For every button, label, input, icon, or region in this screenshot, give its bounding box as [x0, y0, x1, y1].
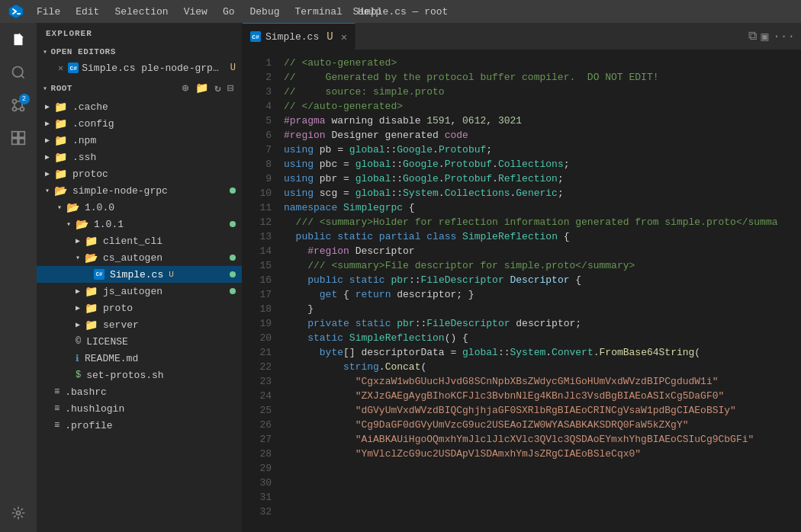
new-file-icon[interactable]: ⊕ — [181, 81, 191, 95]
tree-item--profile[interactable]: ≡.profile — [37, 417, 242, 434]
menu-selection[interactable]: Selection — [108, 5, 174, 19]
sidebar-content[interactable]: ▾ Open Editors ✕ C# Simple.cs ple-node-g… — [37, 44, 242, 532]
tree-item-Simple-cs[interactable]: C#Simple.csU — [37, 266, 242, 283]
folder-open-icon: 📂 — [66, 201, 79, 214]
token: Simplegrpc — [343, 202, 403, 213]
token: Designer generated — [326, 130, 445, 141]
tree-item--cache[interactable]: ▶📁.cache — [37, 98, 242, 115]
folder-arrow: ▾ — [73, 253, 82, 262]
menu-debug[interactable]: Debug — [243, 5, 285, 19]
editor-layout-icon[interactable]: ▣ — [761, 29, 769, 44]
tree-item-simple-node-grpc[interactable]: ▾📂simple-node-grpc — [37, 182, 242, 199]
folder-icon: 📁 — [54, 134, 67, 147]
folder-arrow: ▾ — [43, 186, 52, 195]
root-header[interactable]: ▾ Root ⊕ 📁 ↻ ⊟ — [37, 78, 242, 98]
token: Reflection — [498, 173, 558, 184]
code-line-18: /// <summary>File descriptor for simple.… — [281, 258, 801, 273]
item-label: .bashrc — [65, 386, 107, 398]
tree-container: ▶📁.cache▶📁.config▶📁.npm▶📁.ssh▶📁protoc▾📂s… — [37, 98, 242, 434]
token: Descriptor — [510, 274, 570, 286]
more-actions-icon[interactable]: ··· — [773, 30, 795, 43]
folder-arrow: ▶ — [43, 102, 52, 111]
token: partial — [379, 231, 421, 242]
token — [284, 332, 307, 344]
file-icon: ≡ — [54, 386, 60, 397]
tree-item-LICENSE[interactable]: ©LICENSE — [37, 333, 242, 350]
code-line-6: #region Designer generated code — [281, 128, 801, 143]
tree-item--npm[interactable]: ▶📁.npm — [37, 132, 242, 149]
editor-content[interactable]: 1234567891011121314151617181920212223242… — [243, 50, 801, 532]
split-editor-icon[interactable]: ⧉ — [748, 29, 757, 43]
folder-icon: 📁 — [85, 319, 98, 332]
menu-terminal[interactable]: Terminal — [289, 5, 349, 19]
token: SimpleReflection — [349, 332, 445, 344]
token: code — [445, 130, 468, 141]
explorer-activity-icon[interactable] — [5, 26, 32, 53]
menu-go[interactable]: Go — [217, 5, 241, 19]
tab-simple-cs[interactable]: C# Simple.cs U ✕ — [243, 23, 355, 50]
token: static — [355, 318, 391, 329]
new-folder-icon[interactable]: 📁 — [194, 81, 211, 95]
tab-modified-indicator: U — [327, 30, 333, 43]
close-icon[interactable]: ✕ — [58, 62, 63, 74]
token: using — [284, 144, 314, 155]
token: . — [439, 159, 445, 170]
item-label: .profile — [65, 420, 112, 431]
open-editor-simple-cs[interactable]: ✕ C# Simple.cs ple-node-grp... U — [37, 59, 242, 76]
folder-arrow: ▶ — [73, 320, 82, 329]
tree-item-server[interactable]: ▶📁server — [37, 316, 242, 333]
tree-item-proto[interactable]: ▶📁proto — [37, 300, 242, 316]
tree-item--bashrc[interactable]: ≡.bashrc — [37, 383, 242, 400]
tree-item--hushlogin[interactable]: ≡.hushlogin — [37, 400, 242, 417]
line-number-19: 19 — [243, 316, 272, 331]
menu-file[interactable]: File — [31, 5, 66, 19]
line-number-13: 13 — [243, 229, 272, 244]
menu-view[interactable]: View — [178, 5, 214, 19]
token: ; — [564, 159, 570, 170]
tree-item--ssh[interactable]: ▶📁.ssh — [37, 149, 242, 165]
token: get — [320, 289, 337, 300]
folder-icon: 📁 — [54, 168, 67, 181]
token: . — [439, 173, 445, 184]
refresh-icon[interactable]: ↻ — [213, 81, 223, 95]
tree-item-cs_autogen[interactable]: ▾📂cs_autogen — [37, 249, 242, 266]
token: FileDescriptor — [420, 274, 503, 286]
token: Protobuf — [439, 144, 486, 155]
token: 1591 — [426, 115, 450, 127]
code-line-20: get { return descriptor; } — [281, 287, 801, 302]
token: { — [337, 289, 355, 300]
token: () { — [445, 332, 468, 344]
open-editors-section[interactable]: ▾ Open Editors — [37, 44, 242, 59]
collapse-icon[interactable]: ⊟ — [226, 81, 236, 95]
tab-close-button[interactable]: ✕ — [341, 30, 347, 43]
line-numbers: 1234567891011121314151617181920212223242… — [243, 50, 281, 532]
tree-item-client_cli[interactable]: ▶📁client_cli — [37, 232, 242, 249]
remote-activity-icon[interactable] — [5, 499, 32, 526]
line-number-12: 12 — [243, 215, 272, 229]
git-activity-icon[interactable]: 2 — [5, 91, 32, 118]
search-activity-icon[interactable] — [5, 59, 32, 85]
token: :: — [415, 318, 427, 329]
token: . — [594, 347, 600, 358]
token: System — [403, 187, 439, 199]
tree-item--config[interactable]: ▶📁.config — [37, 115, 242, 132]
line-number-28: 28 — [243, 447, 272, 461]
tree-item-protoc[interactable]: ▶📁protoc — [37, 165, 242, 182]
tab-bar-actions: ⧉ ▣ ··· — [742, 23, 801, 50]
tree-item-js_autogen[interactable]: ▶📁js_autogen — [37, 283, 242, 300]
line-number-11: 11 — [243, 200, 272, 215]
root-chevron: ▾ — [43, 84, 48, 93]
menu-edit[interactable]: Edit — [69, 5, 105, 19]
tree-item-README-md[interactable]: ℹREADME.md — [37, 350, 242, 367]
root-section: ▾ Root ⊕ 📁 ↻ ⊟ ▶📁.cache▶📁.config▶📁.npm▶📁… — [37, 78, 242, 434]
token: return — [355, 289, 391, 300]
tree-item-1-0-0[interactable]: ▾📂1.0.0 — [37, 199, 242, 216]
line-number-18: 18 — [243, 302, 272, 316]
tree-item-set-protos-sh[interactable]: $set-protos.sh — [37, 367, 242, 383]
tree-item-1-0-1[interactable]: ▾📂1.0.1 — [37, 216, 242, 232]
token: } — [284, 303, 314, 315]
line-number-1: 1 — [243, 56, 272, 70]
extensions-activity-icon[interactable] — [5, 124, 32, 151]
token: { — [403, 202, 415, 213]
item-label: protoc — [72, 168, 108, 180]
